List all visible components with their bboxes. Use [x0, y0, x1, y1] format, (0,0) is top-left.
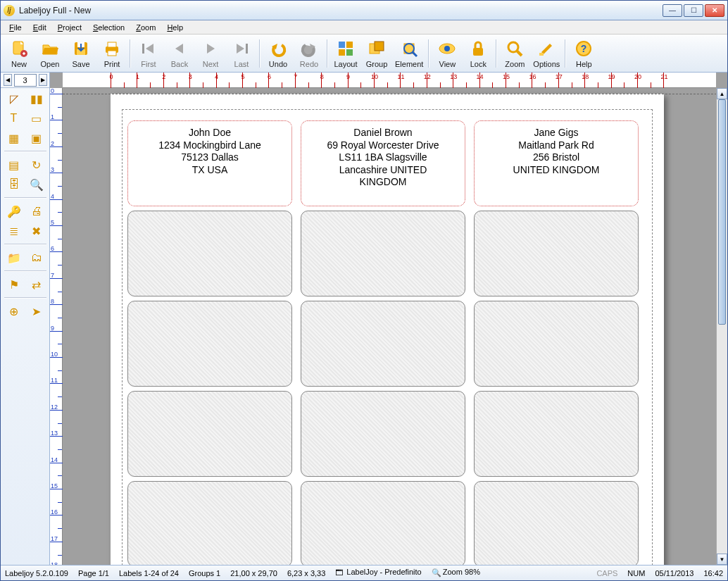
printer-tool[interactable]: 🖨: [27, 203, 46, 220]
last-icon: [232, 39, 251, 58]
print-button[interactable]: Print: [96, 37, 127, 70]
vertical-ruler[interactable]: 0123456789101112131415161718: [50, 88, 63, 565]
next-label: Next: [203, 60, 219, 68]
tool-separator: [4, 297, 46, 299]
lock-button[interactable]: Lock: [463, 37, 494, 70]
svg-line-24: [413, 52, 417, 56]
view-button[interactable]: View: [432, 37, 463, 70]
svg-rect-21: [375, 42, 384, 51]
toolbar-separator: [565, 39, 566, 68]
print-label: Print: [104, 60, 120, 68]
layout-button[interactable]: Layout: [330, 37, 361, 70]
label-cell[interactable]: [301, 391, 465, 477]
label-cell[interactable]: [127, 391, 292, 477]
db-tool[interactable]: 🗄: [4, 176, 24, 193]
key-tool[interactable]: 🔑: [4, 203, 24, 220]
horizontal-ruler[interactable]: 0123456789101112131415161718192021: [63, 73, 716, 88]
toolbar-separator: [327, 39, 328, 68]
page-prev-button[interactable]: ◀: [4, 74, 12, 86]
find-tool[interactable]: 🔍: [27, 176, 46, 193]
element-button[interactable]: Element: [392, 37, 426, 70]
shape-tool[interactable]: ▭: [27, 110, 46, 127]
group-button[interactable]: Group: [361, 37, 392, 70]
status-bar: Labeljoy 5.2.0.109 Page 1/1 Labels 1-24 …: [1, 565, 727, 580]
label-cell[interactable]: [474, 391, 639, 477]
menu-file[interactable]: File: [4, 22, 27, 33]
folders-tool[interactable]: 🗂: [27, 249, 46, 266]
group-icon: [367, 39, 387, 58]
label-cell[interactable]: [127, 481, 292, 565]
minimize-button[interactable]: —: [663, 4, 682, 17]
svg-rect-7: [108, 51, 116, 56]
save-button[interactable]: Save: [65, 37, 96, 70]
rotate-tool[interactable]: ↻: [27, 156, 46, 173]
scroll-down-button[interactable]: ▼: [717, 554, 727, 565]
svg-rect-8: [142, 44, 144, 54]
scroll-up-button[interactable]: ▲: [717, 88, 727, 99]
label-cell[interactable]: [301, 301, 465, 387]
menu-edit[interactable]: Edit: [27, 22, 52, 33]
options-button[interactable]: Options: [530, 37, 563, 70]
label-cell[interactable]: [474, 211, 639, 296]
vertical-scrollbar[interactable]: ▲ ▼: [716, 88, 727, 565]
layer-tool[interactable]: ≣: [4, 223, 24, 239]
status-date: 05/11/2013: [655, 569, 694, 577]
send-tool[interactable]: ➤: [27, 303, 46, 320]
image-tool[interactable]: ▣: [27, 130, 46, 146]
menu-selection[interactable]: Selection: [87, 22, 130, 33]
svg-rect-19: [346, 49, 353, 56]
page-number-input[interactable]: 3: [14, 74, 37, 87]
delete-tool[interactable]: ✖: [27, 223, 46, 239]
target-tool[interactable]: ⊕: [4, 303, 24, 320]
element-label: Element: [395, 60, 423, 68]
redo-icon: [299, 39, 319, 58]
first-icon: [139, 39, 158, 58]
back-icon: [170, 39, 189, 58]
label-text: John Doe1234 Mockingbird Lane75123 Dalla…: [134, 127, 286, 200]
side-panel: ◀ 3 ▶ ◸▮▮T▭▦▣▤↻🗄🔍🔑🖨≣✖📁🗂⚑⇄⊕➤: [1, 73, 50, 565]
menu-help[interactable]: Help: [161, 22, 189, 33]
toolbar: NewOpenSavePrintFirstBackNextLastUndoRed…: [1, 35, 727, 73]
page-selector: ◀ 3 ▶: [1, 73, 49, 88]
next-icon: [201, 39, 220, 58]
pointer-tool-icon: ◸: [10, 92, 18, 106]
open-button[interactable]: Open: [34, 37, 65, 70]
label-cell[interactable]: [127, 211, 292, 296]
canvas[interactable]: John Doe1234 Mockingbird Lane75123 Dalla…: [63, 88, 716, 565]
menu-zoom[interactable]: Zoom: [130, 22, 161, 33]
label-cell[interactable]: [474, 481, 639, 565]
new-button[interactable]: New: [4, 37, 34, 70]
folder-tool[interactable]: 📁: [4, 249, 24, 266]
text-tool-icon: T: [11, 112, 18, 125]
menu-project[interactable]: Project: [52, 22, 87, 33]
close-button[interactable]: ✕: [705, 4, 724, 17]
pointer-tool[interactable]: ◸: [4, 90, 24, 107]
scroll-thumb[interactable]: [718, 99, 726, 325]
label-cell[interactable]: John Doe1234 Mockingbird Lane75123 Dalla…: [127, 120, 292, 206]
label-cell[interactable]: [127, 301, 292, 387]
align-tool[interactable]: ▤: [4, 156, 24, 173]
help-label: Help: [576, 60, 592, 68]
label-cell[interactable]: [474, 301, 639, 387]
page-next-button[interactable]: ▶: [39, 74, 47, 86]
help-button[interactable]: ?Help: [568, 37, 599, 70]
label-cell[interactable]: Jane GigsMaitland Park Rd256 BristolUNIT…: [474, 120, 639, 206]
zoom-label: Zoom: [505, 60, 525, 68]
label-cell[interactable]: [301, 211, 465, 296]
lock-icon: [468, 39, 488, 58]
text-tool[interactable]: T: [4, 110, 24, 127]
tool-separator: [4, 151, 46, 152]
label-cell[interactable]: Daniel Brown69 Royal Worcester DriveLS11…: [301, 120, 465, 206]
zoom-button[interactable]: Zoom: [499, 37, 530, 70]
barcode-tool[interactable]: ▮▮: [27, 90, 46, 107]
maximize-button[interactable]: ☐: [684, 4, 703, 17]
undo-button[interactable]: Undo: [263, 37, 294, 70]
flag-tool[interactable]: ⚑: [4, 276, 24, 293]
label-cell[interactable]: [301, 481, 465, 565]
label-tool[interactable]: ▦: [4, 130, 24, 146]
align-tool-icon: ▤: [8, 158, 19, 172]
status-zoom[interactable]: 🔍Zoom 98%: [432, 568, 480, 577]
undo-icon: [268, 39, 288, 58]
printer-tool-icon: 🖨: [31, 205, 42, 218]
swap-tool[interactable]: ⇄: [27, 276, 46, 293]
